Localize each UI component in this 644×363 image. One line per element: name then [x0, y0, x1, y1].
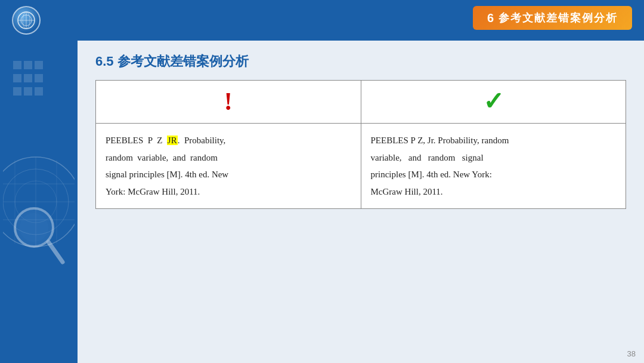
highlight-jr: JR — [167, 136, 178, 145]
table-content-row: PEEBLES P Z JR. Probability, random vari… — [96, 124, 626, 209]
error-icon: ! — [224, 88, 233, 115]
decorative-grid — [12, 60, 44, 99]
magnifier-overlay — [0, 119, 78, 363]
right-text: PEEBLES P Z, Jr. Probability, random var… — [371, 136, 509, 196]
chapter-number: 6 — [487, 11, 495, 25]
section-title: 6.5 参考文献差错案例分析 — [95, 53, 626, 70]
chapter-banner: 6 参考文献差错案例分析 — [473, 6, 632, 30]
correct-icon: ✓ — [483, 88, 504, 115]
table-header-row: ! ✓ — [96, 81, 626, 124]
right-header-cell: ✓ — [361, 81, 626, 124]
logo-circle — [12, 6, 41, 35]
left-text: PEEBLES P Z JR. Probability, random vari… — [106, 136, 228, 196]
left-content-cell: PEEBLES P Z JR. Probability, random vari… — [96, 124, 361, 209]
comparison-table: ! ✓ PEEBLES P Z JR. Probability, random … — [95, 80, 626, 209]
page-number: 38 — [627, 349, 636, 358]
right-content-cell: PEEBLES P Z, Jr. Probability, random var… — [361, 124, 626, 209]
header-bar: 6 参考文献差错案例分析 — [0, 0, 644, 41]
logo-area — [12, 6, 41, 35]
svg-point-10 — [20, 213, 48, 242]
svg-line-11 — [48, 242, 63, 262]
main-content: 6.5 参考文献差错案例分析 ! ✓ PEEBLES P Z JR. Proba… — [78, 41, 644, 363]
left-header-cell: ! — [96, 81, 361, 124]
chapter-title: 参考文献差错案例分析 — [499, 11, 618, 25]
